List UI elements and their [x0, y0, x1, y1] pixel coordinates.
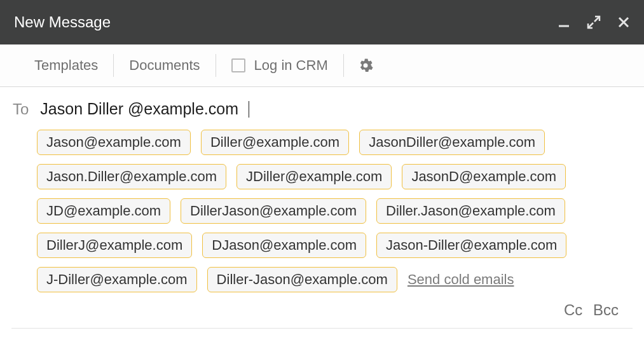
email-suggestion-chip[interactable]: Diller-Jason@example.com [207, 267, 397, 292]
email-suggestion-chip[interactable]: Jason@example.com [37, 130, 191, 155]
send-cold-emails-link[interactable]: Send cold emails [408, 271, 514, 288]
log-in-crm-checkbox[interactable] [231, 58, 245, 72]
email-suggestion-chip[interactable]: JasonDiller@example.com [359, 130, 545, 155]
window-title: New Message [14, 13, 111, 31]
title-bar: New Message [0, 0, 644, 44]
to-row: To Jason Diller @example.com [11, 100, 633, 118]
expand-icon[interactable] [587, 15, 601, 29]
compose-body: To Jason Diller @example.com Jason@examp… [0, 87, 644, 329]
email-suggestion-chip[interactable]: Diller.Jason@example.com [376, 198, 565, 224]
bcc-button[interactable]: Bcc [593, 301, 619, 318]
documents-button[interactable]: Documents [114, 54, 215, 77]
to-label: To [13, 100, 29, 118]
email-suggestion-chip[interactable]: JDiller@example.com [236, 164, 392, 189]
cc-bcc-row: Cc Bcc [11, 301, 633, 319]
email-suggestion-chip[interactable]: Diller@example.com [201, 130, 349, 155]
minimize-icon[interactable] [558, 16, 570, 29]
email-suggestion-chip[interactable]: DillerJason@example.com [181, 198, 366, 224]
log-in-crm-label: Log in CRM [254, 57, 328, 74]
log-in-crm-button[interactable]: Log in CRM [216, 54, 343, 77]
email-suggestions: Jason@example.com Diller@example.com Jas… [11, 130, 633, 292]
gear-icon[interactable] [344, 58, 387, 73]
email-suggestion-chip[interactable]: JasonD@example.com [402, 164, 566, 189]
compose-window: New Message Templates Documents [0, 0, 644, 347]
close-icon[interactable] [617, 16, 630, 29]
email-suggestion-chip[interactable]: Jason.Diller@example.com [37, 164, 226, 189]
divider [11, 328, 633, 329]
email-suggestion-chip[interactable]: J-Diller@example.com [37, 267, 197, 292]
templates-button[interactable]: Templates [19, 54, 113, 77]
email-suggestion-chip[interactable]: JD@example.com [37, 198, 170, 224]
email-suggestion-chip[interactable]: DillerJ@example.com [37, 233, 192, 258]
email-suggestion-chip[interactable]: Jason-Diller@example.com [376, 233, 566, 258]
cc-button[interactable]: Cc [564, 301, 582, 318]
text-caret [249, 101, 249, 118]
toolbar: Templates Documents Log in CRM [0, 44, 644, 87]
window-controls [558, 15, 630, 29]
to-input[interactable]: Jason Diller @example.com [40, 100, 238, 118]
email-suggestion-chip[interactable]: DJason@example.com [202, 233, 366, 258]
